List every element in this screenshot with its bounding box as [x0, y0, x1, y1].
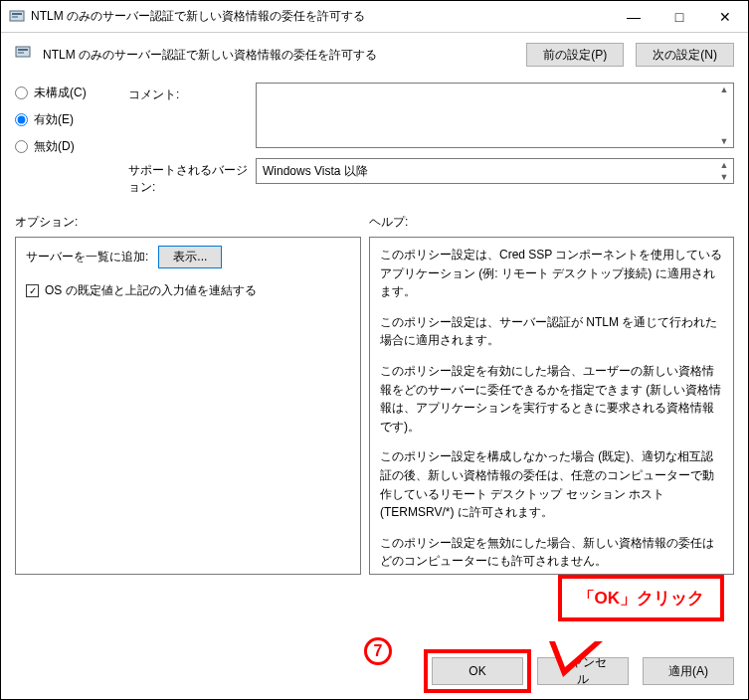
- concat-checkbox[interactable]: ✓ OS の既定値と上記の入力値を連結する: [26, 282, 350, 299]
- help-text: このポリシー設定を無効にした場合、新しい資格情報の委任はどのコンピューターにも許…: [380, 534, 723, 571]
- scroll-up-icon[interactable]: ▲: [717, 85, 731, 94]
- add-servers-label: サーバーを一覧に追加:: [26, 249, 148, 265]
- window-controls: — □ ✕: [611, 1, 748, 32]
- scroll-up-icon[interactable]: ▲: [717, 160, 731, 170]
- window-title: NTLM のみのサーバー認証で新しい資格情報の委任を許可する: [31, 8, 611, 25]
- help-text: このポリシー設定を構成しなかった場合 (既定)、適切な相互認証の後、新しい資格情…: [380, 447, 723, 521]
- panes: サーバーを一覧に追加: 表示... ✓ OS の既定値と上記の入力値を連結する …: [1, 237, 748, 585]
- apply-button[interactable]: 適用(A): [643, 657, 734, 685]
- gpedit-dialog-window: NTLM のみのサーバー認証で新しい資格情報の委任を許可する — □ ✕ NTL…: [0, 0, 749, 700]
- radio-not-configured[interactable]: 未構成(C): [15, 85, 110, 101]
- checkbox-icon: ✓: [26, 284, 39, 297]
- radio-disabled[interactable]: 無効(D): [15, 138, 110, 155]
- comment-input[interactable]: ▲ ▼: [256, 83, 734, 148]
- prev-setting-button[interactable]: 前の設定(P): [526, 43, 624, 67]
- help-text: このポリシー設定は、Cred SSP コンポーネントを使用しているアプリケーショ…: [380, 246, 723, 301]
- config-area: 未構成(C) 有効(E) 無効(D) コメント: ▲ ▼ サポートされるバージョ…: [1, 75, 748, 202]
- options-label: オプション:: [15, 214, 369, 231]
- help-label: ヘルプ:: [369, 214, 734, 231]
- minimize-button[interactable]: —: [611, 1, 656, 32]
- radio-enabled[interactable]: 有効(E): [15, 111, 110, 128]
- next-setting-button[interactable]: 次の設定(N): [636, 43, 734, 67]
- options-pane: サーバーを一覧に追加: 表示... ✓ OS の既定値と上記の入力値を連結する: [15, 237, 361, 575]
- policy-title: NTLM のみのサーバー認証で新しい資格情報の委任を許可する: [43, 47, 518, 64]
- state-radios: 未構成(C) 有効(E) 無効(D): [15, 83, 110, 196]
- help-text: このポリシー設定は、サーバー認証が NTLM を通じて行われた場合に適用されます…: [380, 313, 723, 350]
- help-text: このポリシー設定を有効にした場合、ユーザーの新しい資格情報をどのサーバーに委任で…: [380, 362, 723, 436]
- concat-checkbox-label: OS の既定値と上記の入力値を連結する: [45, 282, 257, 299]
- scroll-down-icon[interactable]: ▼: [717, 172, 731, 182]
- section-labels: オプション: ヘルプ:: [1, 202, 748, 237]
- titlebar: NTLM のみのサーバー認証で新しい資格情報の委任を許可する — □ ✕: [1, 1, 748, 33]
- help-pane[interactable]: このポリシー設定は、Cred SSP コンポーネントを使用しているアプリケーショ…: [369, 237, 734, 575]
- show-button[interactable]: 表示...: [158, 246, 222, 268]
- svg-rect-2: [12, 16, 18, 18]
- policy-icon: [15, 45, 35, 65]
- ok-button[interactable]: OK: [432, 657, 523, 685]
- version-display: Windows Vista 以降 ▲ ▼: [256, 158, 734, 184]
- policy-icon: [9, 9, 25, 25]
- annotation-bubble: 「OK」クリック: [558, 575, 725, 621]
- svg-rect-4: [18, 49, 28, 51]
- comment-label: コメント:: [128, 83, 248, 103]
- header-row: NTLM のみのサーバー認証で新しい資格情報の委任を許可する 前の設定(P) 次…: [1, 33, 748, 75]
- close-button[interactable]: ✕: [702, 1, 748, 32]
- version-label: サポートされるバージョン:: [128, 158, 248, 196]
- maximize-button[interactable]: □: [656, 1, 702, 32]
- scroll-down-icon[interactable]: ▼: [717, 136, 731, 146]
- svg-rect-1: [12, 13, 22, 15]
- annotation-step-marker: 7: [364, 637, 392, 665]
- svg-rect-5: [18, 52, 24, 54]
